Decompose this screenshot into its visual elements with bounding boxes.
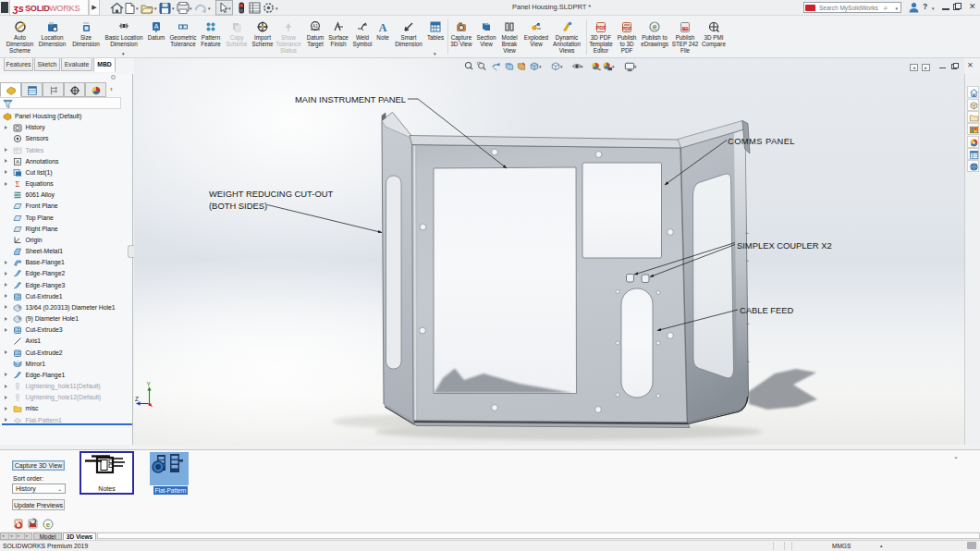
svg-text:▾: ▾ bbox=[172, 6, 175, 11]
svg-text:e: e bbox=[46, 520, 51, 529]
svg-text:LE: LE bbox=[15, 328, 20, 333]
svg-text:SOLID: SOLID bbox=[25, 4, 50, 13]
svg-text:LE: LE bbox=[15, 351, 20, 356]
svg-text:(BOTH SIDES): (BOTH SIDES) bbox=[209, 201, 267, 211]
svg-text:A: A bbox=[154, 23, 159, 30]
svg-text:PDF: PDF bbox=[596, 25, 607, 31]
svg-text:STEP: STEP bbox=[680, 27, 690, 31]
svg-text:Z: Z bbox=[135, 396, 139, 402]
svg-text:WEIGHT REDUCING CUT-OUT: WEIGHT REDUCING CUT-OUT bbox=[209, 189, 333, 199]
svg-text:A: A bbox=[379, 21, 387, 33]
svg-text:A1: A1 bbox=[312, 23, 318, 29]
svg-text:▾: ▾ bbox=[154, 6, 157, 11]
svg-text:▾: ▾ bbox=[190, 6, 192, 11]
svg-text:▾: ▾ bbox=[276, 6, 278, 11]
svg-text:SIMPLEX COUPLER X2: SIMPLEX COUPLER X2 bbox=[737, 240, 832, 251]
svg-text:LE: LE bbox=[15, 295, 20, 300]
svg-text:Y: Y bbox=[147, 381, 152, 387]
svg-text:COMMS PANEL: COMMS PANEL bbox=[728, 136, 795, 146]
svg-text:▾: ▾ bbox=[136, 6, 139, 11]
svg-text:Σ: Σ bbox=[16, 180, 20, 189]
svg-text:WORKS: WORKS bbox=[49, 4, 80, 13]
svg-text:ʒs: ʒs bbox=[12, 3, 24, 14]
svg-text:A: A bbox=[16, 159, 19, 165]
svg-text:e: e bbox=[653, 22, 657, 31]
svg-text:CABLE FEED: CABLE FEED bbox=[740, 305, 794, 315]
svg-text:MAIN INSTRUMENT PANEL: MAIN INSTRUMENT PANEL bbox=[295, 94, 406, 104]
svg-text:PDF: PDF bbox=[622, 26, 631, 31]
svg-text:▾: ▾ bbox=[208, 6, 211, 11]
